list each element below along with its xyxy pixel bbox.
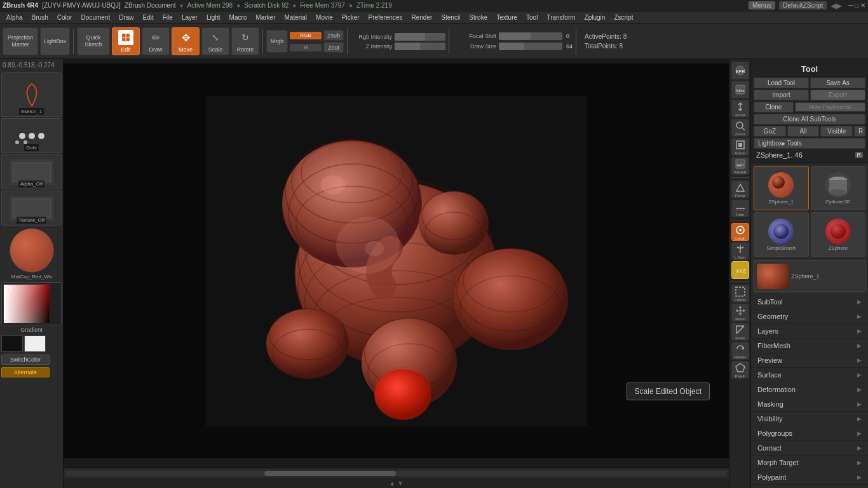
r-button[interactable]: R <box>854 126 865 137</box>
matcap-swatch[interactable] <box>10 228 54 273</box>
zsub-button[interactable]: Zsub <box>323 30 344 41</box>
spix-button[interactable]: SPix <box>731 81 749 98</box>
scale-side-button[interactable]: Scale <box>731 323 749 341</box>
tool-thumb-simplebrush[interactable]: SimpleBrush <box>754 212 809 257</box>
zsphere1-wide-thumb[interactable]: ZSphere_1 <box>754 261 865 292</box>
color-gradient-canvas[interactable] <box>3 284 50 323</box>
edit-button[interactable]: Edit <box>112 27 140 55</box>
texture-thumbnail[interactable]: Texture_Off <box>1 191 62 226</box>
xyz-button[interactable]: XYZ <box>731 261 749 279</box>
aahalf-button[interactable]: AA½ AAHalf <box>731 157 749 175</box>
focal-shift-slider[interactable] <box>499 32 562 40</box>
rotate-button[interactable]: ↻ Rotate <box>231 27 259 55</box>
menu-item-morph-target[interactable]: Morph Target ▶ <box>751 456 868 470</box>
menu-edit[interactable]: Edit <box>139 13 158 22</box>
black-swatch[interactable] <box>1 336 23 352</box>
lsym-button[interactable]: L.Sym <box>731 242 749 260</box>
menu-file[interactable]: File <box>159 13 177 22</box>
scrollbar-track[interactable] <box>66 471 726 476</box>
menu-preferences[interactable]: Preferences <box>365 13 407 22</box>
dots-thumbnail[interactable]: Dots <box>1 118 62 153</box>
draw-size-slider[interactable] <box>499 43 562 50</box>
all-button[interactable]: All <box>787 126 820 137</box>
move-side-button[interactable]: Move <box>731 304 749 322</box>
tool-thumb-cylinder3d[interactable]: Cylinder3D <box>811 166 866 210</box>
zcut-button[interactable]: Zcut <box>323 42 344 53</box>
make-polymesh-button[interactable]: Make PolyMesh3D <box>795 102 865 112</box>
menu-item-deformation[interactable]: Deformation ▶ <box>751 383 868 397</box>
mrgb-button[interactable]: Mrgb <box>266 30 288 53</box>
switch-color-button[interactable]: SwitchColor <box>1 355 50 365</box>
defaultzscript-button[interactable]: DefaultZScript <box>779 1 827 10</box>
menu-item-fibermesh[interactable]: FiberMesh ▶ <box>751 339 868 353</box>
menu-item-layers[interactable]: Layers ▶ <box>751 324 868 339</box>
menu-item-polypaint[interactable]: Polypaint ▶ <box>751 470 868 485</box>
menu-tool[interactable]: Tool <box>522 13 541 22</box>
draw-button[interactable]: ✏ Draw <box>142 27 170 55</box>
export-button[interactable]: Export <box>810 90 865 100</box>
menu-item-subtool[interactable]: SubTool ▶ <box>751 295 868 309</box>
alternate-button[interactable]: Alternate <box>1 367 50 377</box>
menu-item-surface[interactable]: Surface ▶ <box>751 368 868 383</box>
zscript-controls[interactable]: ◀▶ <box>831 1 842 10</box>
menu-render[interactable]: Render <box>408 13 437 22</box>
menu-item-polygroups[interactable]: Polygroups ▶ <box>751 426 868 441</box>
menu-document[interactable]: Document <box>78 13 114 22</box>
load-tool-button[interactable]: Load Tool <box>754 78 809 88</box>
color-picker[interactable] <box>1 282 62 325</box>
z-intensity-slider[interactable] <box>395 43 445 50</box>
canvas-scrollbar[interactable] <box>64 468 729 478</box>
scrollbar-thumb[interactable] <box>264 471 397 476</box>
zoom-button[interactable]: Zoom <box>731 119 749 137</box>
menu-zscript[interactable]: Zscript <box>610 13 637 22</box>
alpha-thumbnail[interactable]: Alpha_Off <box>1 154 62 189</box>
save-as-button[interactable]: Save As <box>810 78 865 88</box>
import-button[interactable]: Import <box>754 90 809 100</box>
frame-button[interactable]: Frame <box>731 285 749 302</box>
menu-color[interactable]: Color <box>53 13 76 22</box>
tool-thumb-zsphere[interactable]: ZSphere <box>811 212 866 257</box>
rgb-intensity-slider[interactable] <box>395 33 445 41</box>
move-button[interactable]: ✥ Move <box>172 27 200 55</box>
bpr-button[interactable]: BPR <box>731 62 749 79</box>
menu-item-masking[interactable]: Masking ▶ <box>751 397 868 412</box>
actual-button[interactable]: Actual <box>731 138 749 156</box>
menu-item-display-properties[interactable]: Display Properties ▶ <box>751 485 868 488</box>
menu-light[interactable]: Light <box>203 13 224 22</box>
local-button[interactable]: Local <box>731 223 749 241</box>
menu-texture[interactable]: Texture <box>492 13 521 22</box>
goz-button[interactable]: GoZ <box>754 126 786 137</box>
floor-button[interactable]: Floor <box>731 200 749 217</box>
menus-button[interactable]: Menus <box>749 1 775 10</box>
menu-item-contact[interactable]: Contact ▶ <box>751 441 868 456</box>
menu-item-preview[interactable]: Preview ▶ <box>751 353 868 368</box>
menu-brush[interactable]: Brush <box>28 13 52 22</box>
menu-marker[interactable]: Marker <box>252 13 279 22</box>
menu-item-visibility[interactable]: Visibility ▶ <box>751 412 868 426</box>
menu-transform[interactable]: Transform <box>543 13 579 22</box>
clone-all-button[interactable]: Clone All SubTools <box>754 114 865 125</box>
rotate-side-button[interactable]: Rotate <box>731 342 749 360</box>
projection-master-button[interactable]: ProjectionMaster <box>3 27 38 55</box>
viewport[interactable]: Scale Edited Object <box>64 64 729 458</box>
menu-zplugin[interactable]: Zplugin <box>581 13 609 22</box>
lightbox-tools-button[interactable]: Lightbox▸ Tools <box>754 138 865 149</box>
menu-movie[interactable]: Movie <box>312 13 337 22</box>
menu-stencil[interactable]: Stencil <box>437 13 464 22</box>
polyf-button[interactable]: PolyF <box>731 361 749 379</box>
menu-material[interactable]: Material <box>281 13 311 22</box>
lightbox-button[interactable]: LightBox <box>40 27 70 55</box>
menu-alpha[interactable]: Alpha <box>3 13 27 22</box>
menu-macro[interactable]: Macro <box>226 13 251 22</box>
visible-button[interactable]: Visible <box>820 126 853 137</box>
menu-stroke[interactable]: Stroke <box>465 13 491 22</box>
persp-button[interactable]: Persp <box>731 180 749 198</box>
menu-layer[interactable]: Layer <box>178 13 201 22</box>
menu-picker[interactable]: Picker <box>338 13 363 22</box>
tool-thumb-zsphere1[interactable]: ZSphere_1 <box>754 166 809 210</box>
window-controls[interactable]: ─ □ ✕ <box>848 2 865 9</box>
quick-sketch-button[interactable]: QuickSketch <box>77 27 110 55</box>
menu-draw[interactable]: Draw <box>115 13 137 22</box>
menu-item-geometry[interactable]: Geometry ▶ <box>751 309 868 324</box>
clone-button[interactable]: Clone <box>754 102 794 112</box>
